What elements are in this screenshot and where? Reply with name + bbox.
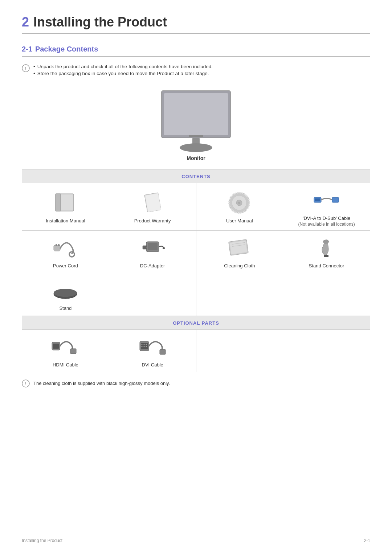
footer-right: 2-1: [364, 538, 370, 543]
installation-manual-icon: [53, 192, 78, 214]
installation-manual-label: Installation Manual: [25, 218, 106, 224]
note-line-2: • Store the packaging box in case you ne…: [33, 71, 213, 76]
section-title: 2-1Package Contents: [22, 45, 370, 57]
table-cell-user-manual: User Manual: [196, 183, 283, 231]
user-manual-img: [199, 190, 280, 216]
svg-rect-19: [315, 198, 320, 201]
section-number: 2-1: [22, 45, 32, 53]
stand-connector-icon: [315, 236, 338, 260]
table-row: Stand: [22, 273, 370, 316]
svg-point-47: [144, 346, 145, 347]
product-warranty-label: Product Warranty: [112, 218, 193, 224]
svg-rect-10: [56, 194, 61, 211]
user-manual-label: User Manual: [199, 218, 280, 224]
svg-rect-34: [324, 255, 328, 257]
dvi-cable-sublabel: (Not available in all locations): [286, 222, 367, 227]
svg-rect-40: [70, 349, 76, 354]
user-manual-icon: [228, 191, 251, 215]
note-line-1: • Unpack the product and check if all of…: [33, 64, 213, 69]
dc-adapter-label: DC-Adapter: [112, 263, 193, 269]
note-icon: !: [22, 64, 30, 72]
svg-point-48: [146, 346, 147, 347]
svg-rect-39: [53, 344, 59, 349]
svg-rect-29: [146, 247, 147, 248]
svg-point-45: [146, 344, 147, 345]
bottom-note-icon: !: [22, 379, 30, 387]
monitor-label: Monitor: [187, 155, 205, 161]
hdmi-cable-label: HDMI Cable: [25, 362, 106, 368]
table-row: Power Cord: [22, 231, 370, 273]
svg-point-37: [54, 289, 77, 297]
svg-point-44: [144, 344, 145, 345]
bottom-note: ! The cleaning cloth is supplied with bl…: [22, 379, 370, 387]
note-lines: • Unpack the product and check if all of…: [33, 64, 213, 76]
optional-header-row: OPTIONAL PARTS: [22, 316, 370, 329]
svg-point-46: [142, 346, 143, 347]
svg-point-6: [180, 143, 212, 152]
monitor-section: Monitor: [22, 87, 370, 165]
cleaning-cloth-icon: [226, 236, 253, 260]
table-cell-cleaning-cloth: Cleaning Cloth: [196, 231, 283, 273]
dvi-cable-label: 'DVI-A to D-Sub' Cable: [286, 215, 367, 222]
table-cell-installation-manual: Installation Manual: [22, 183, 109, 231]
power-cord-label: Power Cord: [25, 263, 106, 269]
table-cell-dc-adapter: DC-Adapter: [109, 231, 196, 273]
svg-text:!: !: [25, 66, 26, 71]
table-cell-dvi-cable-opt: DVI Cable: [109, 329, 196, 372]
dc-adapter-icon: [139, 236, 166, 260]
contents-header: CONTENTS: [22, 169, 370, 183]
stand-icon: [52, 279, 79, 301]
svg-rect-3: [164, 93, 228, 135]
power-cord-img: [25, 235, 106, 260]
table-cell-dvi-cable: 'DVI-A to D-Sub' Cable (Not available in…: [283, 183, 370, 231]
stand-connector-img: [286, 235, 367, 260]
table-cell-opt-empty-1: [196, 329, 283, 372]
hdmi-cable-img: [25, 334, 106, 360]
svg-rect-23: [58, 244, 60, 246]
dc-adapter-img: [112, 235, 193, 260]
svg-rect-26: [148, 243, 158, 250]
svg-point-43: [142, 344, 143, 345]
monitor-svg: [156, 89, 236, 152]
stand-connector-label: Stand Connector: [286, 263, 367, 269]
cleaning-cloth-label: Cleaning Cloth: [199, 263, 280, 269]
dvi-cable-img: [286, 188, 367, 213]
table-cell-stand-connector: Stand Connector: [283, 231, 370, 273]
stand-label: Stand: [25, 305, 106, 312]
dvi-cable-opt-icon: [138, 335, 167, 358]
table-cell-empty-1: [109, 273, 196, 316]
svg-rect-49: [160, 349, 166, 354]
chapter-title: 2Installing the Product: [22, 15, 370, 34]
svg-rect-22: [56, 244, 57, 246]
monitor-image: [152, 87, 240, 152]
svg-point-16: [238, 202, 240, 204]
table-cell-stand: Stand: [22, 273, 109, 316]
svg-rect-21: [54, 245, 60, 251]
contents-table: CONTENTS Installation Manual: [22, 169, 370, 372]
footer: Installing the Product 2-1: [0, 535, 392, 543]
chapter-number: 2: [22, 15, 29, 29]
svg-point-24: [69, 252, 74, 257]
table-cell-empty-2: [196, 273, 283, 316]
table-cell-hdmi-cable: HDMI Cable: [22, 329, 109, 372]
table-row: HDMI Cable: [22, 329, 370, 372]
optional-header: OPTIONAL PARTS: [22, 316, 370, 329]
installation-manual-img: [25, 190, 106, 216]
power-cord-icon: [52, 236, 79, 260]
cleaning-cloth-img: [199, 235, 280, 260]
table-row: Installation Manual Product Warranty: [22, 183, 370, 231]
footer-left: Installing the Product: [22, 538, 62, 543]
dvi-cable-opt-img: [112, 334, 193, 360]
dvi-cable-icon: [312, 189, 341, 211]
svg-point-35: [323, 240, 329, 243]
table-cell-product-warranty: Product Warranty: [109, 183, 196, 231]
dvi-cable-opt-label: DVI Cable: [112, 362, 193, 368]
table-cell-empty-3: [283, 273, 370, 316]
svg-rect-4: [189, 135, 203, 137]
product-warranty-img: [112, 190, 193, 216]
svg-rect-20: [332, 197, 339, 202]
bottom-note-text: The cleaning cloth is supplied with blac…: [33, 381, 170, 386]
table-cell-opt-empty-2: [283, 329, 370, 372]
stand-img: [25, 278, 106, 303]
svg-point-27: [163, 247, 165, 249]
